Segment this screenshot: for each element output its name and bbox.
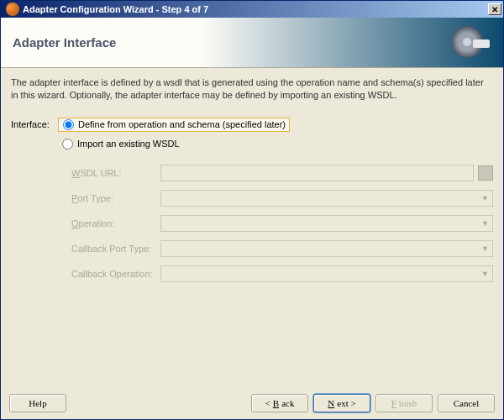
chevron-down-icon: ▼ [481,219,489,228]
callback-op-label: Callback Operation: [71,269,160,279]
cancel-button[interactable]: Cancel [438,394,495,412]
radio-import-label: Import an existing WSDL [77,139,180,149]
wsdl-url-label: WSDL URL: [71,168,160,178]
chevron-down-icon: ▼ [481,244,489,253]
window-title: Adapter Configuration Wizard - Step 4 of… [23,4,208,14]
port-type-row: Port Type: ▼ [71,190,493,207]
port-type-label: Port Type: [71,193,160,203]
wsdl-url-row: WSDL URL: [71,165,493,181]
port-type-select: ▼ [160,190,493,207]
back-button[interactable]: < Back [251,394,308,412]
interface-row: Interface: Define from operation and sch… [11,118,493,132]
chevron-down-icon: ▼ [481,194,489,202]
radio-import-wsdl[interactable]: Import an existing WSDL [58,137,493,151]
description-text: The adapter interface is defined by a ws… [11,76,493,102]
radio-group: Define from operation and schema (specif… [58,118,493,132]
wsdl-url-input [160,165,474,181]
interface-row-2: Import an existing WSDL [11,137,493,151]
callback-port-row: Callback Port Type: ▼ [71,240,493,257]
page-title: Adapter Interface [13,35,116,50]
radio-define-from-operation[interactable]: Define from operation and schema (specif… [58,118,290,132]
wizard-footer: Help < Back Next > Finish Cancel [1,387,503,419]
callback-port-select: ▼ [160,240,493,257]
operation-row: Operation: ▼ [71,215,493,232]
wizard-content: The adapter interface is defined by a ws… [1,68,503,387]
radio-define-input[interactable] [63,119,74,130]
operation-select: ▼ [160,215,493,232]
wizard-window: Adapter Configuration Wizard - Step 4 of… [0,0,504,420]
callback-op-row: Callback Operation: ▼ [71,265,493,282]
window-titlebar: Adapter Configuration Wizard - Step 4 of… [1,1,503,18]
next-button[interactable]: Next > [313,394,370,412]
finish-button: Finish [375,394,433,412]
callback-port-label: Callback Port Type: [71,244,160,254]
wizard-header: Adapter Interface [1,18,503,68]
radio-import-input[interactable] [62,139,73,150]
operation-label: Operation: [71,218,160,228]
browse-wsdl-icon [478,165,493,181]
gear-adapter-icon [451,26,486,61]
radio-define-label: Define from operation and schema (specif… [78,119,286,129]
app-icon [6,3,19,16]
chevron-down-icon: ▼ [481,270,489,278]
wsdl-fields: WSDL URL: Port Type: ▼ Operation: ▼ Call… [71,165,493,291]
callback-op-select: ▼ [160,265,493,282]
close-icon[interactable]: ✕ [488,3,501,15]
help-button[interactable]: Help [9,394,66,412]
interface-label: Interface: [11,119,58,129]
